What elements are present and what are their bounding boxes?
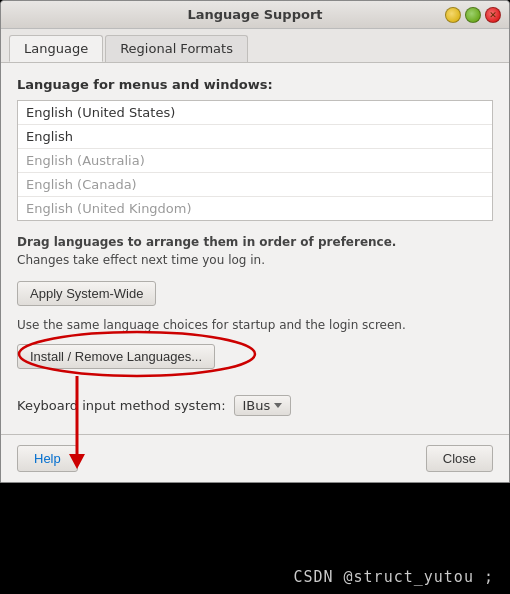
drag-instructions-bold: Drag languages to arrange them in order …: [17, 235, 396, 249]
apply-system-wide-button[interactable]: Apply System-Wide: [17, 281, 156, 306]
help-button[interactable]: Help: [17, 445, 78, 472]
minimize-button[interactable]: [445, 7, 461, 23]
footer: Help Close: [1, 434, 509, 482]
bottom-bar: CSDN @struct_yutou ;: [0, 514, 510, 594]
window-controls: ✕: [445, 7, 501, 23]
close-window-button[interactable]: ✕: [485, 7, 501, 23]
keyboard-label: Keyboard input method system:: [17, 398, 226, 413]
language-list: English (United States) English English …: [17, 100, 493, 221]
section-title: Language for menus and windows:: [17, 77, 493, 92]
titlebar: Language Support ✕: [1, 1, 509, 29]
close-button[interactable]: Close: [426, 445, 493, 472]
main-content: Language for menus and windows: English …: [1, 63, 509, 434]
keyboard-input-row: Keyboard input method system: IBus: [17, 395, 493, 416]
install-remove-languages-button[interactable]: Install / Remove Languages...: [17, 344, 215, 369]
list-item[interactable]: English: [18, 125, 492, 149]
list-item[interactable]: English (Australia): [18, 149, 492, 173]
keyboard-method-select[interactable]: IBus: [234, 395, 292, 416]
drag-instructions: Drag languages to arrange them in order …: [17, 233, 493, 269]
main-window: Language Support ✕ Language Regional For…: [0, 0, 510, 483]
drag-instructions-normal: Changes take effect next time you log in…: [17, 253, 265, 267]
tab-language[interactable]: Language: [9, 35, 103, 62]
keyboard-method-value: IBus: [243, 398, 271, 413]
list-item[interactable]: English (United States): [18, 101, 492, 125]
dropdown-arrow-icon: [274, 403, 282, 408]
window-title: Language Support: [187, 7, 322, 22]
maximize-button[interactable]: [465, 7, 481, 23]
apply-note: Use the same language choices for startu…: [17, 318, 493, 332]
tab-bar: Language Regional Formats: [1, 29, 509, 63]
list-item[interactable]: English (United Kingdom): [18, 197, 492, 220]
list-item[interactable]: English (Canada): [18, 173, 492, 197]
watermark-text: CSDN @struct_yutou ;: [293, 568, 494, 586]
tab-regional-formats[interactable]: Regional Formats: [105, 35, 248, 62]
